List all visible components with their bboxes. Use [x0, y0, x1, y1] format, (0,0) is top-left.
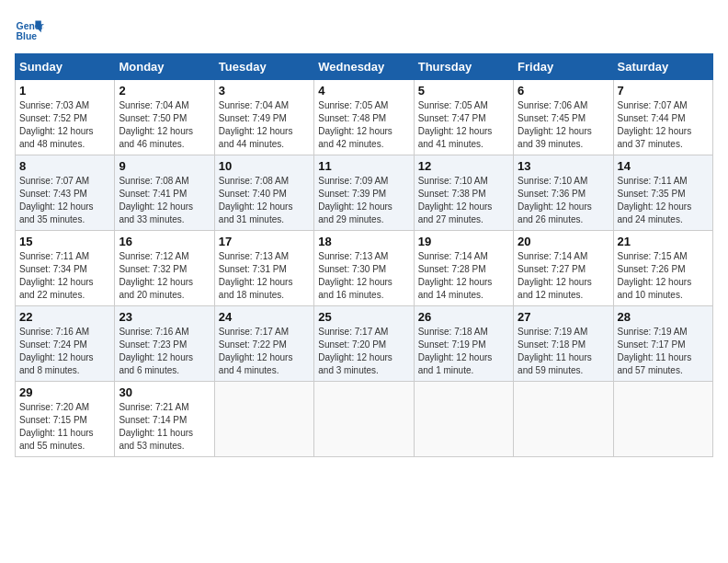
sunrise-label: Sunrise: 7:13 AM [219, 251, 289, 261]
day-number: 16 [119, 235, 210, 248]
calendar-cell: 1 Sunrise: 7:03 AM Sunset: 7:52 PM Dayli… [16, 80, 115, 155]
calendar-cell: 8 Sunrise: 7:07 AM Sunset: 7:43 PM Dayli… [16, 155, 115, 231]
day-number: 4 [318, 84, 409, 98]
day-number: 27 [518, 310, 609, 324]
calendar-week-row: 15 Sunrise: 7:11 AM Sunset: 7:34 PM Dayl… [16, 231, 713, 306]
day-number: 24 [219, 310, 310, 324]
daylight-label: Daylight: 12 hours and 48 minutes. [19, 126, 94, 149]
day-info: Sunrise: 7:08 AM Sunset: 7:40 PM Dayligh… [219, 175, 310, 226]
calendar-cell: 23 Sunrise: 7:16 AM Sunset: 7:23 PM Dayl… [115, 306, 214, 382]
daylight-label: Daylight: 12 hours and 3 minutes. [318, 352, 392, 375]
sunrise-label: Sunrise: 7:08 AM [219, 176, 289, 186]
sunset-label: Sunset: 7:17 PM [618, 339, 686, 350]
daylight-label: Daylight: 12 hours and 24 minutes. [618, 201, 692, 224]
sunset-label: Sunset: 7:43 PM [19, 189, 87, 199]
daylight-label: Daylight: 12 hours and 12 minutes. [518, 277, 592, 300]
calendar-cell: 25 Sunrise: 7:17 AM Sunset: 7:20 PM Dayl… [314, 306, 414, 382]
sunset-label: Sunset: 7:19 PM [418, 339, 486, 350]
calendar-week-row: 22 Sunrise: 7:16 AM Sunset: 7:24 PM Dayl… [16, 306, 713, 382]
day-info: Sunrise: 7:17 AM Sunset: 7:22 PM Dayligh… [219, 326, 310, 377]
day-number: 11 [318, 159, 409, 173]
sunrise-label: Sunrise: 7:19 AM [518, 327, 587, 337]
calendar-cell: 4 Sunrise: 7:05 AM Sunset: 7:48 PM Dayli… [314, 80, 414, 155]
calendar-cell [214, 382, 313, 457]
daylight-label: Daylight: 11 hours and 57 minutes. [618, 352, 692, 375]
day-info: Sunrise: 7:04 AM Sunset: 7:49 PM Dayligh… [219, 99, 310, 151]
calendar-cell: 17 Sunrise: 7:13 AM Sunset: 7:31 PM Dayl… [214, 231, 313, 306]
daylight-label: Daylight: 12 hours and 46 minutes. [119, 126, 193, 149]
sunrise-label: Sunrise: 7:05 AM [318, 100, 388, 110]
daylight-label: Daylight: 12 hours and 27 minutes. [418, 201, 493, 224]
day-number: 19 [418, 235, 509, 248]
sunset-label: Sunset: 7:34 PM [19, 264, 87, 274]
daylight-label: Daylight: 12 hours and 35 minutes. [19, 201, 94, 224]
day-info: Sunrise: 7:14 AM Sunset: 7:27 PM Dayligh… [518, 250, 609, 302]
calendar-cell: 26 Sunrise: 7:18 AM Sunset: 7:19 PM Dayl… [414, 306, 513, 382]
daylight-label: Daylight: 12 hours and 20 minutes. [119, 277, 193, 300]
sunrise-label: Sunrise: 7:06 AM [518, 100, 587, 110]
sunset-label: Sunset: 7:48 PM [318, 113, 386, 123]
calendar-cell: 20 Sunrise: 7:14 AM Sunset: 7:27 PM Dayl… [514, 231, 613, 306]
calendar-cell: 19 Sunrise: 7:14 AM Sunset: 7:28 PM Dayl… [414, 231, 513, 306]
day-of-week-header: Thursday [414, 54, 513, 80]
day-of-week-header: Wednesday [314, 54, 414, 80]
sunrise-label: Sunrise: 7:10 AM [418, 176, 488, 186]
daylight-label: Daylight: 12 hours and 42 minutes. [318, 126, 392, 149]
day-number: 21 [618, 235, 709, 248]
sunset-label: Sunset: 7:50 PM [119, 113, 187, 123]
day-info: Sunrise: 7:07 AM Sunset: 7:43 PM Dayligh… [19, 175, 110, 226]
calendar-cell [514, 382, 613, 457]
day-of-week-header: Monday [115, 54, 214, 80]
sunset-label: Sunset: 7:40 PM [219, 189, 287, 199]
svg-text:Blue: Blue [17, 31, 38, 41]
sunset-label: Sunset: 7:30 PM [318, 264, 386, 274]
sunrise-label: Sunrise: 7:05 AM [418, 100, 488, 110]
calendar-cell: 29 Sunrise: 7:20 AM Sunset: 7:15 PM Dayl… [16, 382, 115, 457]
day-info: Sunrise: 7:16 AM Sunset: 7:24 PM Dayligh… [19, 326, 110, 377]
sunrise-label: Sunrise: 7:16 AM [19, 327, 89, 337]
day-info: Sunrise: 7:10 AM Sunset: 7:38 PM Dayligh… [418, 175, 509, 226]
daylight-label: Daylight: 12 hours and 33 minutes. [119, 201, 193, 224]
day-number: 28 [618, 310, 709, 324]
daylight-label: Daylight: 12 hours and 1 minute. [418, 352, 493, 375]
sunset-label: Sunset: 7:31 PM [219, 264, 287, 274]
sunset-label: Sunset: 7:38 PM [418, 189, 486, 199]
day-of-week-header: Tuesday [214, 54, 313, 80]
day-number: 18 [318, 235, 409, 248]
sunrise-label: Sunrise: 7:04 AM [219, 100, 289, 110]
sunset-label: Sunset: 7:41 PM [119, 189, 187, 199]
day-info: Sunrise: 7:13 AM Sunset: 7:30 PM Dayligh… [318, 250, 409, 302]
sunrise-label: Sunrise: 7:03 AM [19, 100, 89, 110]
daylight-label: Daylight: 12 hours and 6 minutes. [119, 352, 193, 375]
sunrise-label: Sunrise: 7:12 AM [119, 251, 188, 261]
sunrise-label: Sunrise: 7:13 AM [318, 251, 388, 261]
sunset-label: Sunset: 7:49 PM [219, 113, 287, 123]
day-of-week-header: Saturday [613, 54, 712, 80]
calendar-cell: 14 Sunrise: 7:11 AM Sunset: 7:35 PM Dayl… [613, 155, 712, 231]
sunset-label: Sunset: 7:15 PM [19, 415, 87, 425]
sunset-label: Sunset: 7:22 PM [219, 339, 287, 350]
calendar-cell: 18 Sunrise: 7:13 AM Sunset: 7:30 PM Dayl… [314, 231, 414, 306]
day-number: 26 [418, 310, 509, 324]
day-number: 22 [19, 310, 110, 324]
calendar-cell: 13 Sunrise: 7:10 AM Sunset: 7:36 PM Dayl… [514, 155, 613, 231]
calendar-week-row: 29 Sunrise: 7:20 AM Sunset: 7:15 PM Dayl… [16, 382, 713, 457]
calendar-cell: 6 Sunrise: 7:06 AM Sunset: 7:45 PM Dayli… [514, 80, 613, 155]
day-info: Sunrise: 7:20 AM Sunset: 7:15 PM Dayligh… [19, 401, 110, 453]
day-number: 14 [618, 159, 709, 173]
sunrise-label: Sunrise: 7:11 AM [618, 176, 688, 186]
sunset-label: Sunset: 7:45 PM [518, 113, 586, 123]
day-number: 30 [119, 385, 210, 399]
day-info: Sunrise: 7:21 AM Sunset: 7:14 PM Dayligh… [119, 401, 210, 453]
sunrise-label: Sunrise: 7:04 AM [119, 100, 188, 110]
daylight-label: Daylight: 11 hours and 55 minutes. [19, 428, 94, 451]
day-info: Sunrise: 7:03 AM Sunset: 7:52 PM Dayligh… [19, 99, 110, 151]
day-info: Sunrise: 7:19 AM Sunset: 7:17 PM Dayligh… [618, 326, 709, 377]
daylight-label: Daylight: 12 hours and 37 minutes. [618, 126, 692, 149]
sunrise-label: Sunrise: 7:14 AM [418, 251, 488, 261]
daylight-label: Daylight: 12 hours and 18 minutes. [219, 277, 293, 300]
day-number: 6 [518, 84, 609, 98]
calendar-cell: 27 Sunrise: 7:19 AM Sunset: 7:18 PM Dayl… [514, 306, 613, 382]
day-number: 17 [219, 235, 310, 248]
sunrise-label: Sunrise: 7:20 AM [19, 402, 89, 412]
